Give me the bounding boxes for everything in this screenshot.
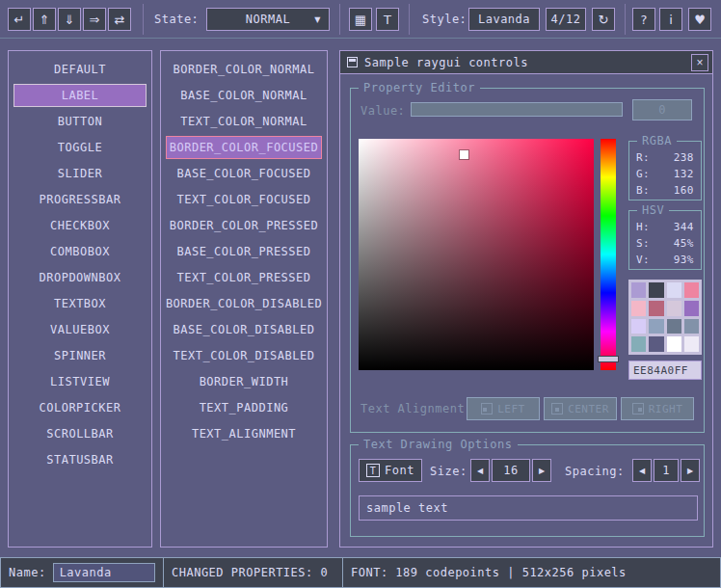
help-button[interactable]: ? — [632, 8, 655, 31]
align-left-button[interactable]: LEFT — [467, 397, 540, 420]
rgba-blue-label: B: — [636, 184, 650, 197]
style-label: Style: — [422, 13, 467, 26]
reload-icon: ↻ — [599, 13, 609, 27]
rgba-green-value: 132 — [674, 168, 694, 180]
size-increase-button[interactable]: ▶ — [532, 459, 551, 482]
color-swatch-grid — [628, 280, 702, 355]
new-style-button[interactable]: ↵ — [8, 8, 31, 31]
property-list-item[interactable]: BORDER_WIDTH — [166, 370, 322, 393]
color-picker-panel[interactable] — [359, 139, 594, 370]
property-list-item[interactable]: TEXT_COLOR_FOCUSED — [166, 188, 322, 211]
color-swatch[interactable] — [631, 282, 646, 298]
save-style-button[interactable]: ⇓ — [58, 8, 81, 31]
hue-slider[interactable] — [601, 139, 616, 370]
color-swatch[interactable] — [649, 301, 663, 316]
control-list-item[interactable]: STATUSBAR — [13, 448, 147, 471]
style-index[interactable]: 4/12 — [546, 8, 586, 31]
control-list-item[interactable]: COMBOBOX — [13, 240, 147, 263]
control-list-item[interactable]: SCROLLBAR — [13, 422, 147, 445]
control-list-item[interactable]: TEXTBOX — [13, 292, 147, 315]
control-list-item[interactable]: SLIDER — [13, 162, 147, 185]
spacing-increase-button[interactable]: ▶ — [681, 459, 700, 482]
sponsor-button[interactable]: ♥ — [688, 8, 711, 31]
size-decrease-button[interactable]: ◀ — [470, 459, 490, 482]
value-box[interactable]: 0 — [632, 99, 692, 120]
align-center-label: CENTER — [568, 403, 609, 415]
property-list-item[interactable]: TEXT_ALIGNMENT — [166, 422, 322, 445]
control-list-item[interactable]: CHECKBOX — [13, 214, 147, 237]
property-list-item[interactable]: TEXT_COLOR_PRESSED — [166, 266, 322, 289]
control-list-item[interactable]: VALUEBOX — [13, 318, 147, 341]
property-list-item[interactable]: BORDER_COLOR_NORMAL — [166, 58, 322, 81]
color-swatch[interactable] — [631, 319, 646, 334]
changed-properties-text: CHANGED PROPERTIES: 0 — [172, 566, 328, 579]
property-list-item[interactable]: TEXT_COLOR_NORMAL — [166, 110, 322, 133]
control-list-item[interactable]: COLORPICKER — [13, 396, 147, 419]
color-swatch[interactable] — [631, 336, 646, 352]
hsv-value-row: V:93% — [629, 252, 701, 268]
property-list-item[interactable]: TEXT_COLOR_DISABLED — [166, 344, 322, 367]
style-name-box[interactable]: Lavanda — [468, 8, 540, 31]
color-swatch[interactable] — [649, 282, 663, 298]
rgba-label: RGBA — [637, 134, 677, 147]
color-picker-cursor[interactable] — [460, 150, 468, 159]
control-list-item[interactable]: DROPDOWNBOX — [13, 266, 147, 289]
spacing-decrease-button[interactable]: ◀ — [632, 459, 652, 482]
load-style-button[interactable]: ⇑ — [33, 8, 56, 31]
control-list-item[interactable]: SPINNER — [13, 344, 147, 367]
rgba-red-value: 238 — [674, 151, 694, 164]
shuffle-icon: ⇄ — [115, 13, 125, 27]
color-swatch[interactable] — [684, 319, 699, 334]
property-list-item[interactable]: BORDER_COLOR_PRESSED — [166, 214, 322, 237]
rgba-group: RGBA R:238 G:132 B:160 — [628, 141, 702, 200]
status-font-section: FONT: 189 codepoints | 512x256 pixels — [342, 557, 721, 588]
color-swatch[interactable] — [667, 319, 681, 334]
color-swatch[interactable] — [667, 336, 681, 352]
color-swatch[interactable] — [684, 282, 699, 298]
control-list-item[interactable]: LISTVIEW — [13, 370, 147, 393]
align-center-icon — [551, 403, 563, 414]
style-table-button[interactable]: ▦ — [349, 8, 372, 31]
color-swatch[interactable] — [649, 319, 663, 334]
state-dropdown[interactable]: NORMAL ▼ — [206, 8, 330, 31]
close-button[interactable]: × — [691, 54, 708, 71]
style-name-input[interactable]: Lavanda — [53, 563, 155, 582]
arrow-left-icon: ◀ — [639, 467, 645, 475]
color-swatch[interactable] — [667, 282, 681, 298]
control-list-item[interactable]: DEFAULT — [13, 58, 147, 81]
control-list-item[interactable]: PROGRESSBAR — [13, 188, 147, 211]
random-style-button[interactable]: ⇄ — [108, 8, 131, 31]
color-swatch[interactable] — [667, 301, 681, 316]
spacing-value-box[interactable]: 1 — [654, 459, 679, 482]
color-swatch[interactable] — [649, 336, 663, 352]
about-button[interactable]: i — [659, 8, 682, 31]
text-drawing-options-label: Text Drawing Options — [359, 438, 518, 451]
font-button[interactable]: T Font — [359, 459, 422, 482]
export-style-button[interactable]: ⇒ — [83, 8, 106, 31]
sample-text-input[interactable]: sample text — [359, 495, 698, 521]
color-swatch[interactable] — [684, 336, 699, 352]
name-label: Name: — [9, 566, 46, 579]
control-list-item[interactable]: TOGGLE — [13, 136, 147, 159]
property-list-item[interactable]: TEXT_PADDING — [166, 396, 322, 419]
window-titlebar[interactable]: Sample raygui controls × — [340, 51, 712, 74]
hue-slider-handle[interactable] — [598, 356, 619, 362]
reload-style-button[interactable]: ↻ — [592, 8, 615, 31]
align-right-button[interactable]: RIGHT — [621, 397, 694, 420]
control-list-item[interactable]: BUTTON — [13, 110, 147, 133]
color-swatch[interactable] — [684, 301, 699, 316]
property-list-item[interactable]: BASE_COLOR_PRESSED — [166, 240, 322, 263]
property-list-item[interactable]: BASE_COLOR_FOCUSED — [166, 162, 322, 185]
color-swatch[interactable] — [631, 301, 646, 316]
font-atlas-button[interactable]: T — [376, 8, 399, 31]
property-list-item[interactable]: BASE_COLOR_NORMAL — [166, 84, 322, 107]
align-center-button[interactable]: CENTER — [544, 397, 617, 420]
property-list-item[interactable]: BASE_COLOR_DISABLED — [166, 318, 322, 341]
hex-color-input[interactable]: EE84A0FF — [628, 361, 702, 380]
controls-list: DEFAULTLABELBUTTONTOGGLESLIDERPROGRESSBA… — [8, 50, 152, 548]
property-list-item[interactable]: BORDER_COLOR_DISABLED — [166, 292, 322, 315]
size-value-box[interactable]: 16 — [492, 459, 530, 482]
value-slider[interactable] — [411, 102, 623, 117]
property-list-item[interactable]: BORDER_COLOR_FOCUSED — [166, 136, 322, 159]
control-list-item[interactable]: LABEL — [13, 84, 147, 107]
